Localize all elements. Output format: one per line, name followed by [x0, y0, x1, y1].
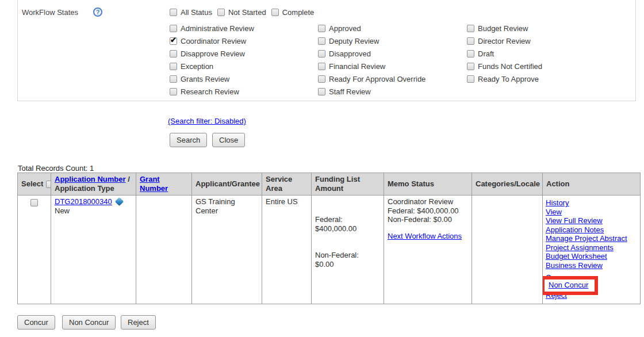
view-link[interactable]: View	[546, 208, 627, 217]
ready-to-approve-checkbox[interactable]	[467, 75, 474, 83]
header-application-type: Application Type	[55, 184, 114, 193]
close-button[interactable]: Close	[212, 133, 245, 147]
checkbox-label: Ready For Approval Override	[329, 75, 425, 83]
workflow-states-label: WorkFlow States	[22, 8, 78, 17]
select-all-checkbox[interactable]	[46, 181, 51, 188]
grants-review-checkbox[interactable]	[170, 75, 177, 83]
next-workflow-actions-link[interactable]: Next Workflow Actions	[388, 232, 462, 241]
checkbox-item-financial-review: Financial Review	[318, 60, 425, 72]
grant-number-sort-link[interactable]: Grant Number	[140, 175, 168, 193]
deputy-review-checkbox[interactable]	[318, 37, 325, 45]
non-concur-button[interactable]: Non Concur	[62, 315, 116, 330]
checkbox-label: Administrative Review	[181, 24, 254, 33]
results-table: Select Application Number / Application …	[17, 173, 641, 304]
history-link[interactable]: History	[546, 198, 627, 208]
coordinator-review-checkbox[interactable]	[170, 37, 177, 45]
cell-application: DTG2018000340 New	[51, 196, 136, 304]
disapprove-review-checkbox[interactable]	[170, 50, 177, 58]
checkbox-item-deputy-review: Deputy Review	[318, 35, 425, 47]
header-categories-locale: Categories/Locale	[472, 173, 543, 196]
checkbox-item-exception: Exception	[170, 60, 254, 72]
table-header-row: Select Application Number / Application …	[18, 173, 641, 196]
checkbox-label: Exception	[181, 62, 213, 71]
checkbox-item-disapproved: Disapproved	[318, 47, 425, 60]
status-checkbox-row: All Status Not Started Complete	[170, 6, 314, 18]
all-status-checkbox[interactable]	[170, 9, 177, 16]
draft-checkbox[interactable]	[467, 50, 474, 58]
budget-worksheet-link[interactable]: Budget Worksheet	[546, 252, 627, 261]
application-number-link[interactable]: DTG2018000340	[55, 197, 112, 206]
cell-funding-list-amount: Federal: $400,000.00 Non-Federal: $0.00	[312, 196, 384, 304]
header-action: Action	[543, 173, 641, 196]
approved-checkbox[interactable]	[318, 25, 325, 32]
workflow-states-column-3: Budget Review Director Review Draft Fund…	[467, 22, 542, 85]
concur-button[interactable]: Concur	[17, 315, 55, 330]
cell-service-area: Entire US	[262, 196, 312, 304]
header-applicant-grantee: Applicant/Grantee	[192, 173, 262, 196]
header-slash: /	[126, 175, 130, 183]
administrative-review-checkbox[interactable]	[170, 25, 177, 32]
checkbox-label: Ready To Approve	[478, 75, 539, 83]
checkbox-label: Financial Review	[329, 62, 385, 71]
checkbox-label: Deputy Review	[329, 37, 379, 45]
checkbox-label: Staff Review	[329, 87, 371, 96]
red-highlight-box: Non Concur	[543, 276, 599, 295]
budget-review-checkbox[interactable]	[467, 25, 474, 32]
checkbox-label: Draft	[478, 49, 494, 58]
checkbox-label: Approved	[329, 24, 361, 33]
ready-for-approval-override-checkbox[interactable]	[318, 75, 325, 83]
header-service-area: Service Area	[262, 173, 312, 196]
workflow-states-column-2: Approved Deputy Review Disapproved Finan…	[318, 22, 425, 98]
cell-select	[18, 196, 51, 304]
director-review-checkbox[interactable]	[467, 37, 474, 45]
search-button[interactable]: Search	[170, 133, 207, 147]
cell-applicant-grantee: GS Training Center	[192, 196, 262, 304]
checkbox-label: Funds Not Certified	[478, 62, 542, 71]
reject-button[interactable]: Reject	[121, 315, 156, 330]
funds-not-certified-checkbox[interactable]	[467, 63, 474, 70]
application-number-sort-link[interactable]: Application Number	[55, 175, 126, 183]
not-started-checkbox[interactable]	[217, 9, 225, 16]
research-review-checkbox[interactable]	[170, 88, 177, 95]
funding-non-federal: Non-Federal: $0.00	[315, 251, 380, 269]
help-icon[interactable]: ?	[93, 7, 102, 17]
checkbox-label: Director Review	[478, 37, 531, 45]
header-application-number: Application Number / Application Type	[51, 173, 136, 196]
memo-status-value: Coordinator Review	[388, 197, 468, 206]
workflow-states-column-1: Administrative Review Coordinator Review…	[170, 22, 254, 98]
cell-grant-number	[136, 196, 192, 304]
application-type-value: New	[55, 206, 70, 215]
header-grant-number: Grant Number	[136, 173, 192, 196]
manage-project-abstract-link[interactable]: Manage Project Abstract	[546, 234, 627, 243]
checkbox-item-administrative-review: Administrative Review	[170, 22, 254, 35]
total-records-count: Total Records Count: 1	[18, 164, 94, 173]
checkbox-item-all-status: All Status	[170, 6, 212, 18]
staff-review-checkbox[interactable]	[318, 88, 325, 95]
info-diamond-icon[interactable]	[114, 197, 124, 206]
checkbox-item-disapprove-review: Disapprove Review	[170, 47, 254, 60]
complete-checkbox[interactable]	[271, 9, 279, 16]
checkbox-label: Complete	[282, 8, 315, 17]
header-memo-status: Memo Status	[384, 173, 472, 196]
non-concur-link[interactable]: Non Concur	[549, 281, 588, 290]
exception-checkbox[interactable]	[170, 63, 177, 70]
checkbox-item-draft: Draft	[467, 47, 542, 60]
checkbox-item-research-review: Research Review	[170, 85, 254, 98]
business-review-link[interactable]: Business Review	[546, 261, 627, 270]
view-full-review-link[interactable]: View Full Review	[546, 216, 627, 225]
checkbox-item-ready-for-approval-override: Ready For Approval Override	[318, 72, 425, 85]
checkbox-item-ready-to-approve: Ready To Approve	[467, 72, 542, 85]
checkbox-item-director-review: Director Review	[467, 35, 542, 47]
project-assignments-link[interactable]: Project Assignments	[546, 243, 627, 252]
checkbox-label: Not Started	[228, 8, 266, 17]
financial-review-checkbox[interactable]	[318, 63, 325, 70]
header-funding-list-amount: Funding List Amount	[312, 173, 384, 196]
search-filter-link[interactable]: (Search filter: Disabled)	[168, 117, 246, 125]
checkbox-label: All Status	[181, 8, 212, 17]
application-notes-link[interactable]: Application Notes	[546, 225, 627, 235]
funding-federal: Federal: $400,000.00	[315, 215, 380, 233]
checkbox-label: Research Review	[181, 87, 239, 96]
row-select-checkbox[interactable]	[30, 199, 38, 206]
action-links: History View View Full Review Applicatio…	[546, 198, 627, 270]
disapproved-checkbox[interactable]	[318, 50, 325, 58]
